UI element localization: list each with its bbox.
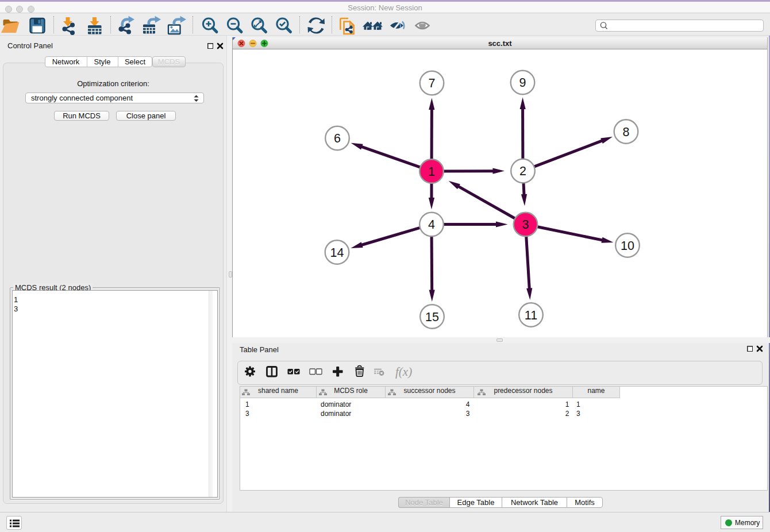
svg-text:15: 15 bbox=[425, 310, 439, 324]
svg-text:2: 2 bbox=[519, 164, 526, 178]
svg-text:7: 7 bbox=[429, 76, 436, 90]
svg-text:f(x): f(x) bbox=[395, 365, 412, 379]
svg-text:14: 14 bbox=[330, 246, 344, 260]
svg-text:6: 6 bbox=[334, 132, 341, 145]
svg-text:Memory: Memory bbox=[735, 519, 760, 527]
svg-text:9: 9 bbox=[519, 76, 526, 90]
svg-text:3: 3 bbox=[522, 218, 529, 232]
svg-text:1: 1 bbox=[428, 165, 435, 179]
svg-text:10: 10 bbox=[621, 239, 634, 253]
svg-text:11: 11 bbox=[525, 309, 537, 322]
svg-text:8: 8 bbox=[623, 125, 630, 139]
svg-text:4: 4 bbox=[428, 218, 435, 232]
